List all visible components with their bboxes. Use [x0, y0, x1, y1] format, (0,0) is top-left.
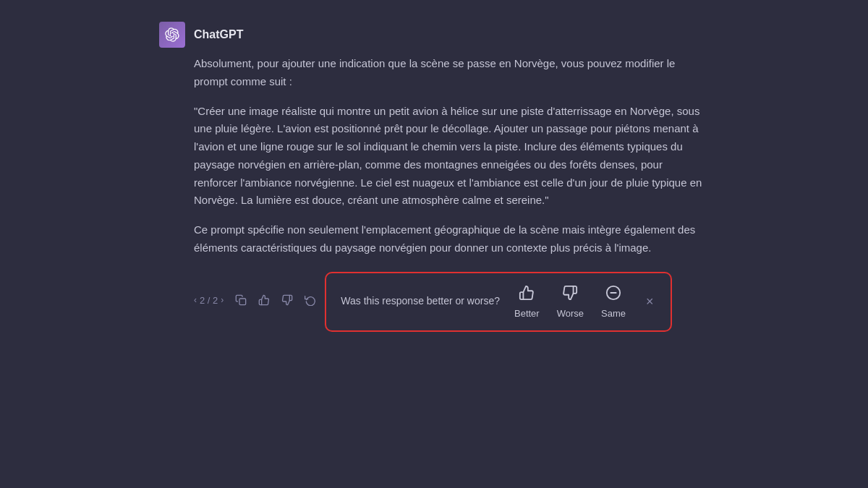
- worse-label: Worse: [557, 308, 584, 319]
- better-label: Better: [514, 308, 540, 319]
- chatgpt-avatar: [159, 22, 185, 48]
- pagination-next[interactable]: ›: [221, 295, 224, 305]
- copy-button[interactable]: [232, 291, 250, 309]
- pagination-label: 2 / 2: [200, 295, 218, 306]
- refresh-button[interactable]: [302, 291, 319, 309]
- svg-rect-0: [239, 299, 246, 305]
- message-header: ChatGPT: [159, 22, 709, 48]
- pagination-prev[interactable]: ‹: [194, 295, 197, 305]
- better-icon: [519, 285, 535, 305]
- message-outro: Ce prompt spécifie non seulement l'empla…: [194, 221, 709, 257]
- same-icon: [605, 285, 621, 305]
- worse-option[interactable]: Worse: [557, 285, 584, 319]
- feedback-box: Was this response better or worse? Bette…: [325, 272, 672, 332]
- message-body: Absolument, pour ajouter une indication …: [159, 55, 709, 269]
- same-label: Same: [601, 308, 626, 319]
- feedback-question: Was this response better or worse?: [341, 294, 500, 309]
- same-option[interactable]: Same: [601, 285, 626, 319]
- sender-name: ChatGPT: [194, 28, 243, 41]
- message-actions: ‹ 2 / 2 ›: [159, 269, 709, 332]
- message-quote: "Créer une image réaliste qui montre un …: [194, 103, 709, 210]
- better-option[interactable]: Better: [514, 285, 540, 319]
- worse-icon: [562, 285, 578, 305]
- thumbsup-button[interactable]: [255, 291, 273, 309]
- message-wrapper: ChatGPT Absolument, pour ajouter une ind…: [159, 22, 709, 339]
- feedback-close-button[interactable]: ×: [643, 291, 657, 312]
- thumbsdown-button[interactable]: [278, 291, 296, 309]
- message-intro: Absolument, pour ajouter une indication …: [194, 55, 709, 91]
- feedback-options: Better Worse: [514, 285, 626, 319]
- pagination: ‹ 2 / 2 ›: [194, 295, 224, 306]
- chat-container: ChatGPT Absolument, pour ajouter une ind…: [0, 0, 868, 488]
